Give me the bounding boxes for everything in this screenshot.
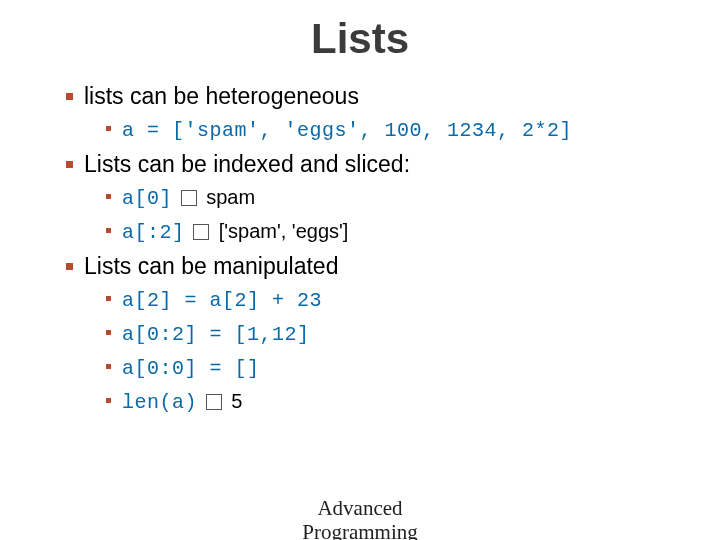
arrow-icon [193,224,209,240]
code-index: a[0] spam [106,182,680,214]
arrow-icon [206,394,222,410]
code-text: len(a) [122,391,197,414]
code-add: a[2] = a[2] + 23 [106,284,680,316]
bullet-indexed-sliced: Lists can be indexed and sliced: a[0] sp… [66,149,680,248]
bullet-manipulated: Lists can be manipulated a[2] = a[2] + 2… [66,251,680,418]
footer-line-1: Advanced [0,496,720,520]
bullet-text: Lists can be manipulated [84,253,338,279]
output-text: spam [201,186,255,208]
output-text: ['spam', 'eggs'] [213,220,348,242]
code-len: len(a) 5 [106,386,680,418]
output-text: 5 [226,390,243,412]
code-text: a[0] [122,187,172,210]
bullet-text: Lists can be indexed and sliced: [84,151,410,177]
slide-title: Lists [40,15,680,63]
code-insert-empty: a[0:0] = [] [106,352,680,384]
code-slice: a[:2] ['spam', 'eggs'] [106,216,680,248]
code-text: a = ['spam', 'eggs', 100, 1234, 2*2] [122,119,572,142]
arrow-icon [181,190,197,206]
code-text: a[:2] [122,221,185,244]
code-text: a[2] = a[2] + 23 [122,289,322,312]
code-replace-slice: a[0:2] = [1,12] [106,318,680,350]
inner-list: a[2] = a[2] + 23 a[0:2] = [1,12] a[0:0] … [84,284,680,418]
footer-line-2: Programming [0,520,720,540]
code-text: a[0:2] = [1,12] [122,323,310,346]
inner-list: a = ['spam', 'eggs', 100, 1234, 2*2] [84,114,680,146]
bullet-text: lists can be heterogeneous [84,83,359,109]
code-assign: a = ['spam', 'eggs', 100, 1234, 2*2] [106,114,680,146]
code-text: a[0:0] = [] [122,357,260,380]
outer-list: lists can be heterogeneous a = ['spam', … [40,81,680,418]
bullet-heterogeneous: lists can be heterogeneous a = ['spam', … [66,81,680,146]
inner-list: a[0] spam a[:2] ['spam', 'eggs'] [84,182,680,248]
footer: Advanced Programming [0,496,720,540]
